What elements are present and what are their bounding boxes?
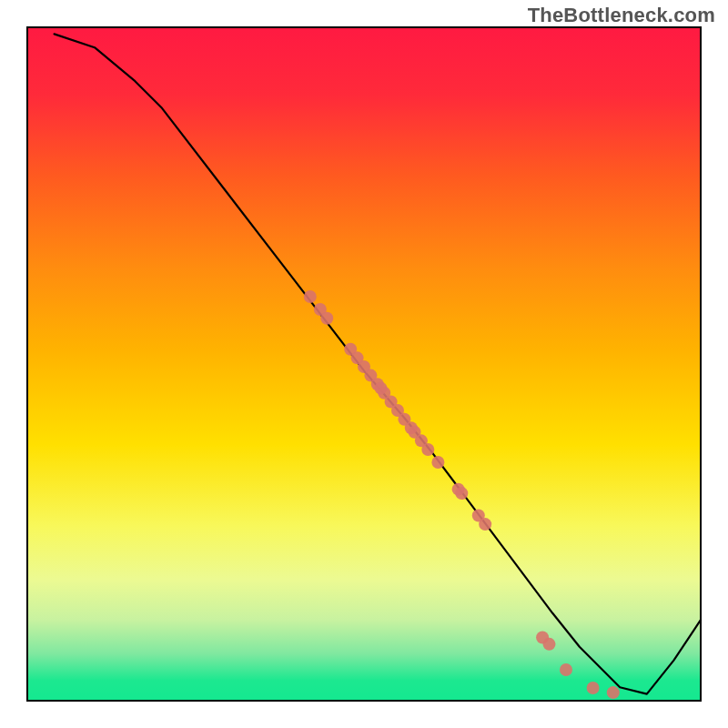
marker-dot	[431, 456, 444, 469]
marker-dot	[560, 663, 572, 676]
marker-dot	[587, 682, 600, 694]
marker-dot	[479, 518, 491, 531]
marker-dot	[304, 290, 317, 303]
marker-dot	[421, 443, 434, 456]
watermark-label: TheBottleneck.com	[528, 4, 715, 27]
marker-dot	[607, 686, 620, 699]
chart-container: TheBottleneck.com	[0, 0, 728, 728]
bottleneck-chart	[0, 0, 728, 728]
marker-dot	[543, 638, 556, 651]
marker-dot	[455, 487, 468, 500]
marker-dot	[320, 312, 333, 325]
